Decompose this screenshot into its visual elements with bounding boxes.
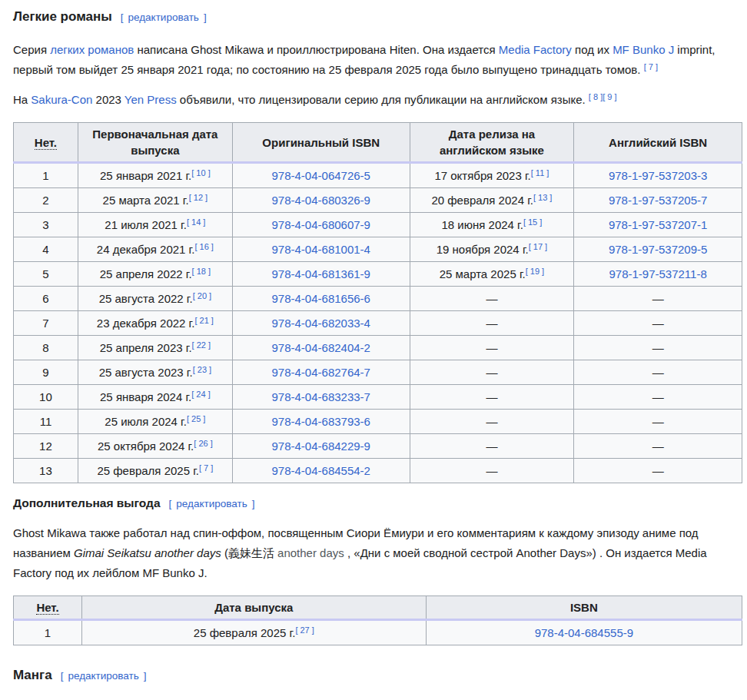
reference-link[interactable]: [ 8 ]	[589, 92, 603, 101]
reference-link[interactable]: [ 7 ]	[644, 62, 658, 71]
reference-link[interactable]: [ 25 ]	[187, 414, 205, 423]
edit-bracket-open: [	[169, 498, 172, 509]
isbn-link[interactable]: 978-4-04-684554-2	[272, 464, 370, 477]
reference-link[interactable]: [ 27 ]	[295, 625, 314, 635]
reference-link[interactable]: [ 11 ]	[531, 168, 549, 177]
edit-link[interactable]: редактировать	[68, 670, 138, 682]
table-cell: —	[574, 311, 742, 336]
reference-link[interactable]: [ 21 ]	[194, 316, 213, 325]
isbn-link[interactable]: 978-4-04-681656-6	[272, 292, 370, 305]
edit-link[interactable]: редактировать	[176, 498, 247, 509]
isbn-link[interactable]: 978-4-04-684229-9	[272, 440, 370, 453]
isbn-link[interactable]: 978-1-97-537211-8	[609, 267, 706, 280]
column-header: Первоначальная дата выпуска	[78, 123, 232, 163]
reference-marker: [ 10 ]	[191, 168, 210, 177]
table-cell: —	[410, 287, 574, 311]
table-row: 925 августа 2023 г.[ 23 ]978-4-04-682764…	[14, 360, 742, 385]
table-cell: 18 июня 2024 г.[ 15 ]	[410, 213, 574, 237]
paragraph-light-novels-intro: Серия легких романов написана Ghost Mika…	[13, 40, 742, 80]
table-cell: 5	[14, 262, 78, 287]
table-cell: 24 декабря 2021 г.[ 16 ]	[78, 237, 232, 262]
isbn-link[interactable]: 978-4-04-064726-5	[272, 169, 370, 182]
table-cell: 978-1-97-537205-7	[574, 188, 742, 213]
table-row: 321 июля 2021 г.[ 14 ]978-4-04-680607-91…	[14, 213, 742, 237]
reference-link[interactable]: [ 15 ]	[523, 217, 542, 227]
reference-marker: [ 23 ]	[193, 365, 211, 374]
reference-link[interactable]: [ 12 ]	[189, 193, 208, 202]
reference-link[interactable]: [ 10 ]	[191, 168, 210, 177]
reference-link[interactable]: [ 22 ]	[192, 340, 211, 350]
reference-link[interactable]: [ 26 ]	[194, 439, 212, 448]
reference-marker: [ 9 ]	[603, 92, 616, 101]
column-header: Дата выпуска	[81, 596, 426, 620]
table-row: 525 апреля 2022 г.[ 18 ]978-4-04-681361-…	[14, 262, 742, 287]
isbn-link[interactable]: 978-4-04-680607-9	[272, 218, 370, 231]
reference-marker: [ 17 ]	[529, 242, 547, 251]
table-header-row: Нет.Первоначальная дата выпускаОригиналь…	[14, 123, 742, 163]
link[interactable]: легких романов	[50, 43, 134, 56]
table-cell: —	[410, 336, 574, 360]
reference-link[interactable]: [ 24 ]	[191, 390, 210, 399]
edit-bracket-open: [	[121, 12, 124, 23]
edit-link[interactable]: редактировать	[128, 12, 199, 23]
table-cell: 9	[14, 360, 78, 385]
table-cell: —	[410, 434, 574, 459]
table-cell: 20 февраля 2024 г.[ 13 ]	[410, 188, 574, 213]
section-heading-manga: Манга[редактировать]	[13, 666, 742, 685]
isbn-link[interactable]: 978-1-97-537203-3	[609, 169, 707, 182]
text: На	[13, 93, 31, 106]
isbn-link[interactable]: 978-4-04-682764-7	[272, 366, 370, 379]
isbn-link[interactable]: 978-4-04-680326-9	[272, 194, 370, 207]
paragraph-light-novels-license: На Sakura-Con 2023 Yen Press объявили, ч…	[13, 90, 742, 110]
reference-marker: [ 7 ]	[644, 62, 658, 71]
isbn-link[interactable]: 978-4-04-684555-9	[535, 626, 633, 639]
reference-marker: [ 27 ]	[295, 625, 314, 635]
reference-link[interactable]: [ 20 ]	[193, 291, 211, 300]
reference-link[interactable]: [ 19 ]	[526, 267, 544, 276]
link[interactable]: Media Factory	[499, 43, 572, 56]
table-row: 225 марта 2021 г.[ 12 ]978-4-04-680326-9…	[14, 188, 742, 213]
link[interactable]: Yen Press	[124, 93, 177, 106]
reference-link[interactable]: [ 16 ]	[194, 242, 213, 251]
link[interactable]: MF Bunko J	[613, 43, 674, 56]
table-row: 825 апреля 2023 г.[ 22 ]978-4-04-682404-…	[14, 336, 742, 360]
table-cell: —	[410, 311, 574, 336]
transliteration-text: another days	[274, 546, 347, 559]
table-cell: 978-1-97-537207-1	[574, 213, 742, 237]
isbn-link[interactable]: 978-1-97-537205-7	[609, 194, 707, 207]
isbn-link[interactable]: 978-1-97-537209-5	[609, 243, 707, 256]
table-cell: —	[574, 410, 742, 434]
table-cell: 6	[14, 287, 78, 311]
reference-link[interactable]: [ 14 ]	[187, 217, 205, 227]
link[interactable]: Sakura-Con	[31, 93, 92, 106]
table-cell: 25 июля 2024 г.[ 25 ]	[78, 410, 232, 434]
isbn-link[interactable]: 978-4-04-682033-4	[272, 317, 370, 330]
section-heading-light-novels: Легкие романы[редактировать]	[13, 8, 742, 27]
reference-link[interactable]: [ 13 ]	[533, 193, 552, 202]
reference-marker: [ 13 ]	[533, 193, 552, 202]
reference-link[interactable]: [ 17 ]	[529, 242, 547, 251]
reference-link[interactable]: [ 23 ]	[193, 365, 211, 374]
isbn-link[interactable]: 978-1-97-537207-1	[609, 218, 707, 231]
isbn-link[interactable]: 978-4-04-683793-6	[272, 415, 370, 428]
section-title: Легкие романы	[13, 9, 112, 24]
reference-marker: [ 21 ]	[194, 316, 213, 325]
reference-link[interactable]: [ 7 ]	[199, 463, 213, 473]
isbn-link[interactable]: 978-4-04-681001-4	[272, 243, 370, 256]
reference-link[interactable]: [ 9 ]	[603, 92, 616, 101]
isbn-link[interactable]: 978-4-04-682404-2	[272, 341, 370, 354]
table-cell: 7	[14, 311, 78, 336]
table-cell: 25 марта 2021 г.[ 12 ]	[78, 188, 232, 213]
table-cell: 12	[14, 434, 78, 459]
table-cell: 25 апреля 2022 г.[ 18 ]	[78, 262, 232, 287]
section-title: Дополнительная выгода	[13, 496, 161, 509]
table-row: 1325 февраля 2025 г.[ 7 ]978-4-04-684554…	[14, 459, 742, 483]
abbreviation: Нет.	[36, 601, 58, 615]
table-cell: 978-1-97-537203-3	[574, 163, 742, 188]
reference-link[interactable]: [ 18 ]	[192, 267, 211, 276]
isbn-link[interactable]: 978-4-04-681361-9	[272, 267, 370, 280]
reference-marker: [ 16 ]	[194, 242, 213, 251]
reference-marker: [ 8 ]	[589, 92, 603, 101]
isbn-link[interactable]: 978-4-04-683233-7	[272, 390, 370, 403]
column-header: Дата релиза на английском языке	[410, 123, 574, 163]
